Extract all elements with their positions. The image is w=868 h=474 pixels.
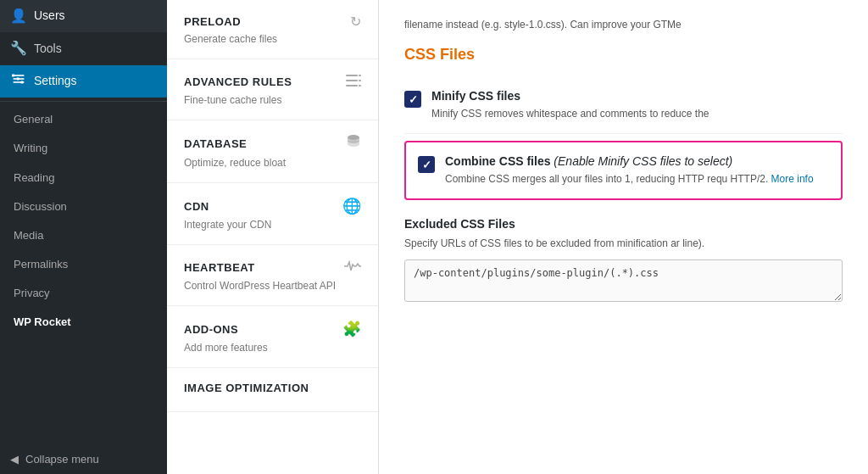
excluded-css-desc: Specify URLs of CSS files to be excluded…: [404, 236, 843, 251]
sidebar: 👤 Users 🔧 Tools Settings General Writing…: [0, 0, 167, 474]
excluded-css-input[interactable]: /wp-content/plugins/some-plugin/(.*).css: [404, 259, 843, 302]
combine-css-label: Combine CSS files (Enable Minify CSS fil…: [445, 154, 829, 168]
excluded-css-title: Excluded CSS Files: [404, 217, 843, 231]
sidebar-divider: [0, 101, 167, 102]
minify-css-checkbox[interactable]: ✓: [404, 91, 421, 108]
svg-rect-10: [359, 80, 361, 81]
sidebar-item-privacy[interactable]: Privacy: [0, 279, 167, 308]
middle-item-heartbeat[interactable]: HEARTBEAT Control WordPress Heartbeat AP…: [167, 245, 378, 306]
middle-panel: PRELOAD ↻ Generate cache files ADVANCED …: [167, 0, 379, 474]
addons-icon: 🧩: [342, 320, 361, 338]
minify-css-checkbox-wrapper[interactable]: ✓: [404, 91, 421, 108]
svg-rect-5: [20, 81, 23, 83]
svg-rect-0: [14, 75, 25, 76]
sidebar-item-discussion[interactable]: Discussion: [0, 192, 167, 221]
sidebar-item-tools[interactable]: 🔧 Tools: [0, 32, 167, 64]
sidebar-item-writing[interactable]: Writing: [0, 134, 167, 163]
users-icon: 👤: [10, 7, 27, 25]
right-panel: filename instead (e.g. style-1.0.css). C…: [379, 0, 868, 474]
svg-rect-9: [359, 75, 361, 76]
middle-item-cdn[interactable]: CDN 🌐 Integrate your CDN: [167, 183, 378, 245]
settings-icon: [10, 72, 27, 91]
tools-icon: 🔧: [10, 39, 27, 58]
sidebar-item-media[interactable]: Media: [0, 221, 167, 250]
svg-rect-11: [359, 85, 361, 86]
more-info-link[interactable]: More info: [771, 173, 814, 185]
svg-rect-8: [346, 85, 358, 86]
top-text: filename instead (e.g. style-1.0.css). C…: [404, 17, 843, 32]
preload-icon: ↻: [350, 14, 361, 30]
cdn-icon: 🌐: [342, 197, 361, 215]
svg-rect-6: [346, 75, 358, 76]
middle-item-preload[interactable]: PRELOAD ↻ Generate cache files: [167, 0, 378, 59]
combine-css-checkbox-wrapper[interactable]: ✓: [418, 156, 435, 173]
svg-rect-7: [346, 80, 358, 81]
sidebar-item-general[interactable]: General: [0, 105, 167, 134]
sidebar-item-wprocket[interactable]: WP Rocket: [0, 308, 167, 337]
svg-rect-3: [12, 74, 14, 76]
minify-css-desc: Minify CSS removes whitespace and commen…: [431, 106, 843, 121]
css-files-title: CSS Files: [404, 46, 843, 64]
combine-css-checkbox[interactable]: ✓: [418, 156, 435, 173]
advanced-rules-icon: [346, 73, 361, 91]
svg-rect-4: [17, 77, 19, 80]
middle-item-advanced-rules[interactable]: ADVANCED RULES Fine-tune cache rules: [167, 59, 378, 120]
database-icon: [346, 134, 361, 153]
sidebar-item-reading[interactable]: Reading: [0, 164, 167, 192]
combine-css-desc: Combine CSS merges all your files into 1…: [445, 171, 829, 187]
middle-item-addons[interactable]: ADD-ONS 🧩 Add more features: [167, 306, 378, 368]
middle-item-database[interactable]: DATABASE Optimize, reduce bloat: [167, 120, 378, 183]
minify-css-option: ✓ Minify CSS files Minify CSS removes wh…: [404, 77, 843, 134]
sidebar-item-permalinks[interactable]: Permalinks: [0, 250, 167, 279]
minify-css-content: Minify CSS files Minify CSS removes whit…: [431, 89, 843, 121]
combine-css-option: ✓ Combine CSS files (Enable Minify CSS f…: [404, 141, 843, 200]
heartbeat-icon: [344, 259, 361, 276]
sidebar-item-users[interactable]: 👤 Users: [0, 0, 167, 32]
sidebar-item-settings[interactable]: Settings: [0, 65, 167, 98]
middle-item-image-optimization[interactable]: IMAGE OPTIMIZATION: [167, 368, 378, 412]
combine-css-content: Combine CSS files (Enable Minify CSS fil…: [445, 154, 829, 187]
collapse-menu-button[interactable]: ◀ Collapse menu: [0, 444, 167, 474]
chevron-left-icon: ◀: [10, 453, 19, 466]
minify-css-label: Minify CSS files: [431, 89, 843, 103]
